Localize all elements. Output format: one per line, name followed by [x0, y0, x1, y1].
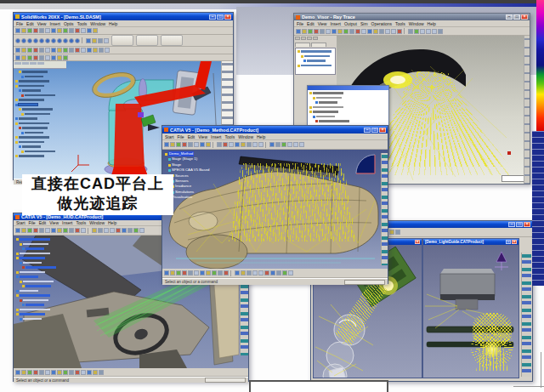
- tree-item[interactable]: [19, 108, 66, 111]
- titlebar[interactable]: SolidWorks 20XX - [Demo.SLDASM] – □ ×: [14, 13, 233, 20]
- toolbar-icon[interactable]: [164, 142, 169, 147]
- toolbar-icon[interactable]: [224, 270, 229, 276]
- tree-item[interactable]: [315, 120, 388, 123]
- toolbar-icon[interactable]: [241, 270, 246, 276]
- menu-item[interactable]: Help: [109, 21, 117, 26]
- menu-item[interactable]: Edit: [39, 220, 47, 225]
- lens-tool-icon[interactable]: [45, 38, 50, 43]
- toolbar-icon[interactable]: [361, 29, 366, 34]
- panel-button[interactable]: [313, 37, 318, 40]
- toolbar-icon[interactable]: [229, 142, 234, 147]
- toolbar-icon[interactable]: [264, 270, 269, 276]
- toolbar-icon[interactable]: [104, 38, 109, 43]
- toolbar-icon[interactable]: [308, 29, 313, 34]
- tree-item[interactable]: [16, 257, 64, 260]
- menu-item[interactable]: Insert: [62, 220, 73, 225]
- lens-tool-icon[interactable]: [57, 38, 62, 43]
- tree-item[interactable]: [15, 136, 66, 139]
- toolbar-icon[interactable]: [287, 142, 292, 147]
- toolbar-icon[interactable]: [302, 29, 307, 34]
- tree-item[interactable]: [16, 294, 64, 298]
- tree-item[interactable]: [309, 92, 388, 95]
- menu-item[interactable]: View: [37, 21, 47, 26]
- lens-tool-icon[interactable]: [75, 38, 80, 43]
- toolbar-icon[interactable]: [45, 28, 50, 33]
- toolbar-icon[interactable]: [21, 55, 26, 60]
- toolbar-icon[interactable]: [170, 270, 175, 276]
- titlebar[interactable]: Demo_Visor - Ray Trace – □ ×: [294, 14, 530, 20]
- toolbar-icon[interactable]: [128, 228, 133, 233]
- menu-item[interactable]: Tools: [77, 21, 88, 26]
- toolbar-icon[interactable]: [275, 142, 280, 147]
- toolbar-icon[interactable]: [51, 228, 56, 233]
- toolbar-icon[interactable]: [15, 28, 20, 33]
- toolbar-icon[interactable]: [27, 228, 32, 233]
- lens-tool-icon[interactable]: [51, 38, 56, 43]
- menu-item[interactable]: Tools: [76, 220, 87, 225]
- menu-item[interactable]: View: [318, 21, 327, 26]
- toolbar-icon[interactable]: [438, 29, 443, 34]
- tree-item[interactable]: [298, 50, 335, 54]
- menu-item[interactable]: Insert: [211, 134, 222, 139]
- toolbar-icon[interactable]: [105, 48, 110, 53]
- close-button[interactable]: ×: [415, 240, 420, 244]
- toolbar-icon[interactable]: [93, 48, 98, 53]
- right-tool-column[interactable]: [521, 253, 531, 377]
- tree-item[interactable]: [313, 96, 388, 99]
- tree-item[interactable]: [315, 101, 388, 105]
- toolbar-icon[interactable]: [426, 29, 431, 34]
- minimize-button[interactable]: –: [508, 222, 515, 227]
- tree-item[interactable]: [21, 150, 66, 153]
- toolbar-icon[interactable]: [395, 230, 400, 235]
- task-pane-button[interactable]: [136, 35, 158, 46]
- toolbar-icon[interactable]: [391, 29, 396, 34]
- toolbar-icon[interactable]: [270, 270, 275, 276]
- toolbar-icon[interactable]: [81, 28, 86, 33]
- toolbar-icon[interactable]: [81, 370, 86, 375]
- toolbar-icon[interactable]: [63, 228, 68, 233]
- toolbar-icon[interactable]: [293, 142, 298, 147]
- toolbar-icon[interactable]: [57, 48, 62, 53]
- toolbar-icon[interactable]: [15, 48, 20, 53]
- toolbar-icon[interactable]: [75, 48, 80, 53]
- toolbar-icon[interactable]: [326, 29, 331, 34]
- feature-manager-tree[interactable]: [14, 61, 66, 179]
- titlebar[interactable]: CATIA V5 - [Demo_Method.CATProduct] – □ …: [162, 126, 388, 134]
- toolbar-icon[interactable]: [21, 228, 26, 233]
- toolbar-icon[interactable]: [81, 228, 86, 233]
- toolbar-icon[interactable]: [92, 38, 97, 43]
- toolbar-icon[interactable]: [63, 55, 68, 60]
- tree-item[interactable]: [309, 111, 388, 114]
- menu-item[interactable]: Operations: [371, 21, 392, 26]
- tree-item[interactable]: [15, 140, 66, 144]
- toolbar-icon[interactable]: [332, 29, 337, 34]
- lens-tool-icon[interactable]: [69, 38, 74, 43]
- tree-item[interactable]: [20, 298, 64, 302]
- toolbar-icon[interactable]: [33, 370, 38, 375]
- toolbar-icon[interactable]: [69, 28, 74, 33]
- toolbar-icon[interactable]: [258, 270, 264, 276]
- task-pane-button[interactable]: [111, 35, 133, 46]
- tree-item[interactable]: [298, 64, 335, 67]
- toolbar-icon[interactable]: [81, 48, 86, 53]
- menu-item[interactable]: Window: [90, 21, 105, 26]
- toolbar-icon[interactable]: [182, 142, 187, 147]
- lens-tool-icon[interactable]: [15, 38, 20, 43]
- right-tool-column[interactable]: [524, 36, 530, 184]
- toolbar-icon[interactable]: [33, 48, 38, 53]
- panel-tab[interactable]: [311, 43, 326, 47]
- task-pane-button[interactable]: [161, 35, 183, 46]
- toolbar-icon[interactable]: [63, 48, 68, 53]
- menu-item[interactable]: Start: [165, 134, 174, 139]
- close-button[interactable]: ×: [224, 14, 231, 20]
- toolbar-icon[interactable]: [314, 29, 319, 34]
- toolbar-icon[interactable]: [39, 28, 44, 33]
- tree-item[interactable]: [21, 75, 66, 78]
- tree-item[interactable]: [19, 127, 66, 130]
- viewport-3d[interactable]: Demo_Method Stage (Stage 1) Stage SPEOS …: [162, 150, 388, 269]
- toolbar-icon[interactable]: [385, 29, 390, 34]
- docked-scene-tree[interactable]: [295, 48, 336, 75]
- lens-tool-icon[interactable]: [39, 38, 44, 43]
- tree-item[interactable]: [22, 266, 64, 270]
- toolbar-icon[interactable]: [420, 29, 425, 34]
